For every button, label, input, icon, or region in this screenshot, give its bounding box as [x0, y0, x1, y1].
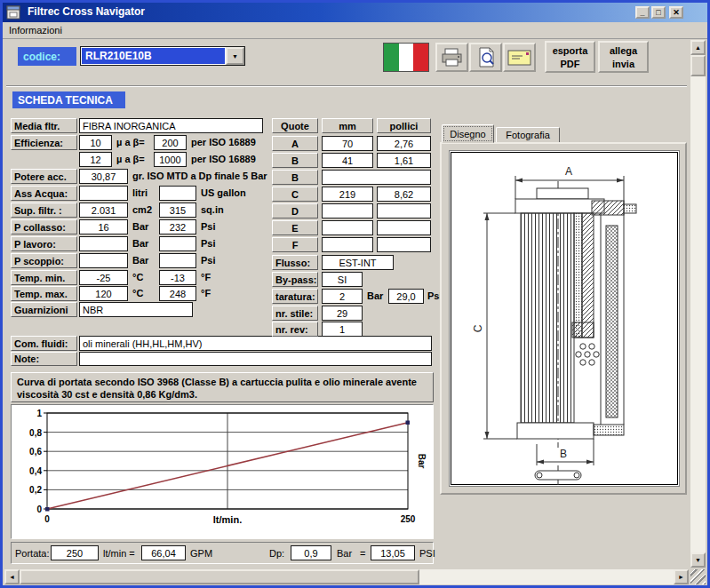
- quote-d-inch[interactable]: [377, 203, 431, 219]
- quote-c-mm[interactable]: 219: [322, 187, 373, 202]
- quote-a-mm[interactable]: 70: [322, 136, 373, 151]
- quote-e-inch[interactable]: [377, 220, 431, 235]
- maximize-button[interactable]: □: [651, 6, 666, 19]
- dp-bar-field[interactable]: 0,9: [291, 545, 331, 560]
- field-label-potere: Potere acc.: [11, 169, 77, 184]
- quote-row-label-c: C: [272, 187, 318, 202]
- chart-xtick-0: 0: [44, 514, 50, 524]
- gpm-unit-label: GPM: [190, 546, 212, 561]
- gpm-field[interactable]: 66,04: [141, 545, 186, 560]
- p-lavoro-psi[interactable]: [159, 236, 196, 251]
- p-collasso-bar-unit: Bar: [132, 219, 148, 234]
- export-pdf-button[interactable]: esporta PDF: [545, 41, 595, 73]
- minimize-button[interactable]: _: [635, 6, 650, 19]
- field-label-nr-stile: nr. stile:: [272, 306, 318, 321]
- vertical-scroll-thumb[interactable]: [690, 55, 706, 76]
- nr-rev-field[interactable]: 1: [322, 322, 363, 337]
- temp-min-c[interactable]: -25: [79, 270, 128, 285]
- temp-max-c-unit: °C: [132, 286, 143, 301]
- ass-acqua-gallon[interactable]: [159, 186, 196, 201]
- portata-field[interactable]: 250: [51, 545, 99, 560]
- media-field[interactable]: FIBRA INORGANICA: [79, 118, 263, 133]
- quote-d-mm[interactable]: [322, 203, 373, 219]
- ass-acqua-gallon-unit: US gallon: [201, 186, 246, 201]
- field-label-bypass: By-pass:: [272, 272, 318, 287]
- quote-e-mm[interactable]: [322, 220, 373, 235]
- vertical-scrollbar[interactable]: ▲ ▼: [690, 40, 706, 568]
- guarnizioni-field[interactable]: NBR: [79, 302, 193, 317]
- field-label-ass-acqua: Ass Acqua:: [11, 186, 77, 201]
- scroll-right-button[interactable]: ►: [674, 569, 689, 584]
- temp-max-c[interactable]: 120: [79, 286, 128, 301]
- dp-psi-unit-label: PSI: [419, 546, 435, 561]
- resize-grip[interactable]: [690, 569, 706, 584]
- efficienza-iso-label-2: per ISO 16889: [191, 152, 256, 167]
- bottom-values-bar: Portata: 250 lt/min = 66,04 GPM Dp: 0,9 …: [11, 542, 434, 564]
- efficienza-beta-label-1: µ a β=: [116, 135, 145, 150]
- chart-ytick-1: 0,2: [29, 485, 42, 495]
- tab-fotografia[interactable]: Fotografia: [496, 127, 560, 143]
- scroll-left-button[interactable]: ◄: [4, 569, 20, 584]
- field-label-temp-min: Temp. min.: [11, 270, 77, 285]
- horizontal-scroll-thumb[interactable]: [20, 569, 419, 584]
- italy-flag-icon: [383, 43, 429, 72]
- close-icon: ✕: [673, 9, 680, 16]
- quote-row-label-f: F: [272, 237, 318, 252]
- print-preview-button[interactable]: [469, 43, 502, 72]
- potere-unit-label: gr. ISO MTD a Dp finale 5 Bar: [132, 169, 267, 184]
- quote-f-inch[interactable]: [377, 237, 431, 252]
- quote-b2-wide[interactable]: [322, 170, 431, 185]
- sup-filtr-sqin-unit: sq.in: [201, 203, 224, 218]
- note-field[interactable]: [79, 352, 432, 366]
- quote-b-inch[interactable]: 1,61: [377, 153, 431, 168]
- horizontal-scrollbar[interactable]: ◄ ►: [4, 569, 689, 584]
- scroll-down-button[interactable]: ▼: [690, 552, 706, 568]
- flow-curve-plot: 0 0,2 0,4 0,6 0,8 1 0 250 lt/min. Bar: [12, 405, 431, 536]
- attach-send-button[interactable]: allega invia: [598, 41, 649, 73]
- flusso-field[interactable]: EST-INT: [322, 255, 394, 270]
- taratura-bar-field[interactable]: 2: [322, 289, 363, 304]
- quote-b-mm[interactable]: 41: [322, 153, 373, 168]
- temp-min-f-unit: °F: [201, 270, 211, 285]
- efficienza-micron-1[interactable]: 10: [79, 135, 112, 150]
- codice-combobox[interactable]: RLR210E10B ▼: [80, 46, 245, 66]
- taratura-psi-field[interactable]: 29,0: [388, 289, 424, 304]
- efficienza-micron-2[interactable]: 12: [79, 152, 112, 167]
- print-button[interactable]: [435, 43, 468, 72]
- dp-bar-unit-label: Bar: [337, 546, 352, 561]
- ass-acqua-litri[interactable]: [79, 186, 128, 201]
- codice-label: codice:: [18, 47, 76, 66]
- email-button[interactable]: [503, 43, 536, 72]
- printer-icon: [437, 44, 467, 70]
- field-label-p-lavoro: P lavoro:: [11, 236, 77, 251]
- bypass-field[interactable]: SI: [322, 272, 363, 287]
- p-scoppio-bar[interactable]: [79, 253, 128, 268]
- quote-a-inch[interactable]: 2,76: [377, 136, 431, 151]
- potere-field[interactable]: 30,87: [79, 169, 128, 184]
- p-scoppio-psi[interactable]: [159, 253, 196, 268]
- p-lavoro-bar[interactable]: [79, 236, 128, 251]
- field-label-p-scoppio: P scoppio:: [11, 253, 77, 268]
- quote-c-inch[interactable]: 8,62: [377, 187, 431, 202]
- p-collasso-psi-unit: Psi: [201, 219, 216, 234]
- quote-f-mm[interactable]: [322, 237, 373, 252]
- p-collasso-bar[interactable]: 16: [79, 219, 128, 234]
- efficienza-beta-1[interactable]: 200: [154, 135, 187, 150]
- field-label-sup-filtr: Sup. filtr. :: [11, 203, 77, 218]
- menu-item-informazioni[interactable]: Informazioni: [3, 23, 68, 37]
- temp-max-f[interactable]: 248: [159, 286, 196, 301]
- field-label-flusso: Flusso:: [272, 255, 318, 270]
- scroll-up-button[interactable]: ▲: [690, 40, 706, 55]
- drawing-panel: A: [440, 142, 687, 495]
- codice-selected-value: RLR210E10B: [82, 48, 225, 64]
- combo-dropdown-button[interactable]: ▼: [226, 47, 244, 65]
- sup-filtr-sqin[interactable]: 315: [159, 203, 196, 218]
- efficienza-beta-2[interactable]: 1000: [154, 152, 187, 167]
- nr-stile-field[interactable]: 29: [322, 306, 363, 321]
- dp-psi-field[interactable]: 13,05: [371, 545, 415, 560]
- p-collasso-psi[interactable]: 232: [159, 219, 196, 234]
- sup-filtr-cm2[interactable]: 2.031: [79, 203, 128, 218]
- tab-disegno[interactable]: Disegno: [442, 124, 494, 143]
- close-button[interactable]: ✕: [669, 6, 683, 19]
- temp-min-f[interactable]: -13: [159, 270, 196, 285]
